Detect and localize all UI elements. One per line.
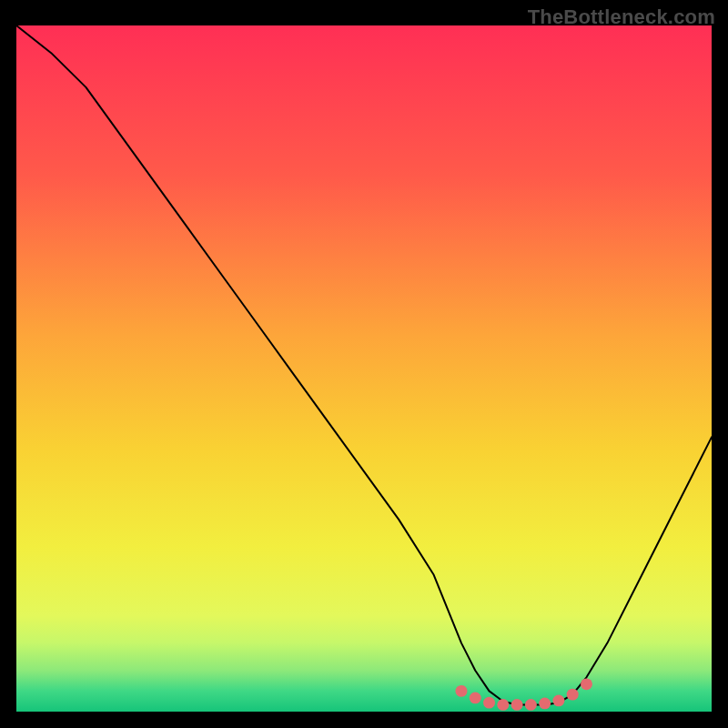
gradient-background	[16, 25, 712, 712]
flat-marker	[581, 678, 592, 690]
flat-marker	[567, 689, 579, 701]
flat-marker	[552, 695, 564, 707]
flat-marker	[525, 699, 537, 711]
flat-marker	[483, 697, 495, 709]
chart-frame: TheBottleneck.com	[0, 0, 728, 728]
flat-marker	[470, 693, 481, 704]
chart-svg	[16, 25, 712, 712]
flat-marker	[455, 685, 467, 697]
flat-marker	[511, 699, 523, 711]
flat-marker	[497, 699, 509, 711]
flat-marker	[539, 698, 551, 710]
watermark-text: TheBottleneck.com	[528, 5, 715, 29]
chart-plot-area	[16, 25, 712, 712]
